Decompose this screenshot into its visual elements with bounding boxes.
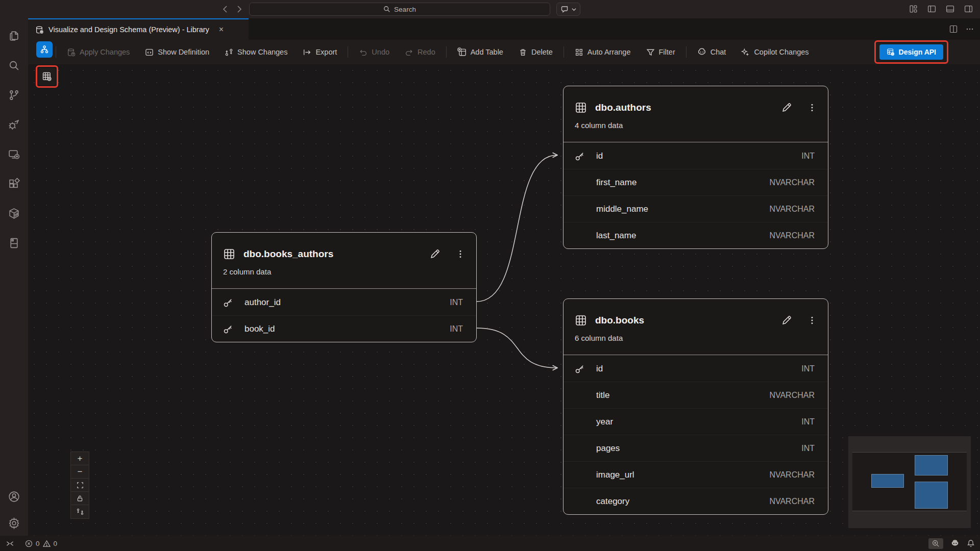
title-bar: Search [0, 0, 980, 18]
edit-pencil-icon[interactable] [781, 315, 792, 326]
copilot-changes-label: Copilot Changes [754, 48, 808, 56]
minimap[interactable] [848, 436, 971, 528]
kebab-menu-icon[interactable] [807, 316, 817, 325]
undo-button[interactable]: Undo [359, 48, 389, 57]
apply-changes-label: Apply Changes [80, 48, 130, 56]
table-header[interactable]: dbo.books_authors 2 column data [212, 233, 476, 289]
extensions-icon[interactable] [0, 171, 28, 196]
undo-arrow-icon [359, 48, 368, 57]
column-row[interactable]: first_name NVARCHAR [564, 169, 828, 195]
zoom-in-button[interactable]: + [71, 452, 89, 465]
schema-canvas[interactable]: dbo.books_authors 2 column data author_i… [28, 64, 980, 536]
tab-strip: Visualize and Design Schema (Preview) - … [28, 18, 980, 40]
column-row[interactable]: last_name NVARCHAR [564, 222, 828, 248]
tab-visualize-design-schema[interactable]: Visualize and Design Schema (Preview) - … [28, 18, 249, 40]
split-editor-icon[interactable] [949, 25, 958, 33]
apply-changes-button[interactable]: Apply Changes [67, 48, 130, 57]
table-icon [223, 248, 235, 260]
bell-icon[interactable] [967, 539, 975, 547]
table-node-books[interactable]: dbo.books 6 column data id INT title NVA… [563, 298, 828, 515]
edit-pencil-icon[interactable] [429, 248, 440, 260]
column-type: INT [801, 444, 815, 453]
zoom-status-button[interactable] [928, 538, 943, 549]
column-row[interactable]: pages INT [564, 435, 828, 461]
column-row[interactable]: category NVARCHAR [564, 488, 828, 514]
chat-button[interactable]: Chat [697, 47, 726, 57]
source-control-icon[interactable] [0, 83, 28, 107]
column-row[interactable]: author_id INT [212, 289, 476, 315]
lock-button[interactable] [71, 492, 89, 505]
toggle-panel-icon[interactable] [946, 5, 954, 13]
canvas-controls: + − [70, 452, 89, 519]
remote-explorer-icon[interactable] [0, 142, 28, 166]
design-api-button[interactable]: Design API [879, 44, 943, 60]
explorer-icon[interactable] [0, 23, 28, 48]
search-input[interactable]: Search [249, 3, 550, 16]
filter-button[interactable]: Filter [646, 48, 675, 57]
export-label: Export [315, 48, 337, 56]
error-icon[interactable] [25, 540, 33, 547]
column-row[interactable]: id INT [564, 355, 828, 382]
search-icon [383, 6, 390, 13]
auto-arrange-button[interactable]: Auto Arrange [575, 48, 631, 57]
kebab-menu-icon[interactable] [807, 103, 817, 112]
toggle-secondary-sidebar-icon[interactable] [964, 5, 973, 13]
forward-icon[interactable] [233, 3, 245, 15]
delete-button[interactable]: Delete [519, 48, 553, 57]
chat-label: Chat [710, 48, 726, 56]
edge-books-authors-to-authors[interactable] [477, 155, 557, 302]
column-row[interactable]: id INT [564, 142, 828, 169]
add-table-button[interactable]: Add Table [457, 47, 503, 57]
reset-layout-button[interactable] [71, 505, 89, 518]
table-icon [575, 314, 587, 327]
schema-view-button[interactable] [36, 41, 53, 58]
column-row[interactable]: book_id INT [212, 315, 476, 342]
copilot-changes-button[interactable]: Copilot Changes [741, 48, 808, 57]
database-project-icon[interactable] [0, 231, 28, 255]
primary-key-icon [564, 364, 596, 374]
kebab-menu-icon[interactable] [456, 249, 465, 259]
column-row[interactable]: title NVARCHAR [564, 382, 828, 408]
column-row[interactable]: year INT [564, 408, 828, 435]
column-type: NVARCHAR [769, 470, 815, 480]
copilot-chat-control[interactable] [556, 3, 580, 16]
warning-icon[interactable] [43, 540, 51, 547]
remote-indicator-icon[interactable] [6, 540, 14, 547]
database-container-icon[interactable] [0, 201, 28, 226]
minimap-node-books [915, 482, 948, 509]
table-name: dbo.books_authors [243, 248, 421, 260]
column-row[interactable]: middle_name NVARCHAR [564, 195, 828, 222]
back-icon[interactable] [219, 3, 232, 15]
edge-books-authors-to-books[interactable] [477, 328, 557, 368]
redo-label: Redo [418, 48, 435, 56]
table-header[interactable]: dbo.authors 4 column data [564, 86, 828, 142]
table-header[interactable]: dbo.books 6 column data [564, 299, 828, 355]
table-node-books-authors[interactable]: dbo.books_authors 2 column data author_i… [211, 232, 477, 342]
redo-button[interactable]: Redo [405, 48, 435, 57]
fit-view-button[interactable] [71, 479, 89, 492]
column-type: NVARCHAR [769, 231, 815, 240]
more-actions-icon[interactable] [966, 25, 974, 33]
table-plus-icon [457, 47, 467, 57]
column-type: NVARCHAR [769, 391, 815, 400]
zoom-out-button[interactable]: − [71, 465, 89, 479]
table-node-authors[interactable]: dbo.authors 4 column data id INT first_n… [563, 86, 828, 249]
settings-gear-icon[interactable] [0, 511, 28, 535]
tab-close-icon[interactable]: × [219, 26, 224, 34]
search-sidebar-icon[interactable] [0, 53, 28, 78]
show-definition-button[interactable]: Show Definition [145, 48, 209, 57]
column-name: image_url [596, 470, 769, 480]
definition-window-icon [145, 48, 154, 57]
export-button[interactable]: Export [303, 48, 337, 57]
copilot-status-icon[interactable] [950, 539, 960, 548]
account-icon[interactable] [0, 484, 28, 509]
show-changes-button[interactable]: Show Changes [225, 48, 287, 57]
column-count: 2 column data [223, 267, 465, 276]
search-placeholder: Search [394, 6, 416, 13]
edit-pencil-icon[interactable] [781, 102, 792, 113]
run-debug-icon[interactable] [0, 112, 28, 137]
column-row[interactable]: image_url NVARCHAR [564, 461, 828, 488]
fit-view-icon [77, 482, 84, 489]
customize-layout-icon[interactable] [909, 5, 918, 13]
toggle-primary-sidebar-icon[interactable] [927, 5, 936, 13]
